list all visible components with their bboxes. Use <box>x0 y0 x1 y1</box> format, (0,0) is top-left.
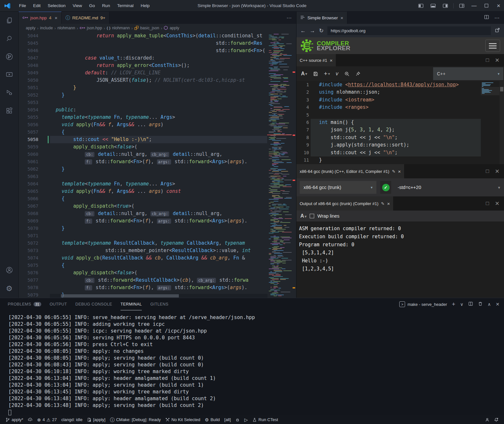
status-launch-target[interactable]: ▷ <box>242 415 250 424</box>
status-branch[interactable]: apply* <box>3 415 25 424</box>
ce-code-line[interactable]: 11} <box>296 156 481 164</box>
code-line[interactable]: 5047 case value_t::discarded: <box>19 54 267 62</box>
code-line[interactable]: 5067 apply_dispatch<true>( <box>19 203 267 210</box>
language-select[interactable]: C++ ▾ <box>433 67 503 80</box>
breadcrumb-item[interactable]: apply <box>170 26 179 30</box>
code-line[interactable]: 5044 return apply_make_tuple<ConstThis>(… <box>19 32 267 40</box>
url-input[interactable]: https://godbolt.org <box>327 26 491 35</box>
code-line[interactable]: 5056 void apply(Fn&& f, Args&& ... args) <box>19 121 267 128</box>
ce-code-line[interactable]: 2using nlohmann::json; <box>296 89 481 96</box>
menu-view[interactable]: View <box>69 0 86 12</box>
breadcrumb-item[interactable]: include <box>40 26 53 30</box>
code-line[interactable]: 5066 { <box>19 195 267 203</box>
zoom-icon[interactable] <box>344 71 350 77</box>
font-size-icon[interactable]: A▾ <box>301 71 307 77</box>
cmake-view-icon[interactable] <box>0 66 19 84</box>
pin-icon[interactable] <box>355 71 361 76</box>
overview-ruler[interactable] <box>292 32 296 298</box>
status-debug-target[interactable] <box>233 415 242 424</box>
open-external-icon[interactable] <box>495 27 500 34</box>
code-line[interactable]: 5054 public: <box>19 106 267 114</box>
menu-terminal[interactable]: Terminal <box>113 0 137 12</box>
ce-code-line[interactable]: 3#include <iostream> <box>296 96 481 104</box>
ce-code-line[interactable]: 5 <box>296 111 481 119</box>
reload-icon[interactable]: ↻ <box>319 28 324 33</box>
status-publish[interactable] <box>25 415 35 424</box>
close-pane-icon[interactable]: ✕ <box>495 168 499 175</box>
source-control-icon[interactable] <box>0 48 19 66</box>
code-line[interactable]: 5046 std::forward<Fn>( <box>19 47 267 54</box>
code-line[interactable]: 5077 cb: std::forward<ResultCallback>(cb… <box>19 277 267 284</box>
code-line[interactable]: 5058 std::cout << "Hello :-)\n"; <box>19 136 267 143</box>
menu-run[interactable]: Run <box>99 0 114 12</box>
status-cmake-project[interactable]: [apply] <box>85 415 108 424</box>
horizontal-scrollbar[interactable] <box>50 294 267 298</box>
menu-go[interactable]: Go <box>86 0 99 12</box>
ce-code-line[interactable]: 9 j.apply(std::ranges::sort); <box>296 141 481 149</box>
hamburger-menu-icon[interactable] <box>485 40 500 52</box>
vim-mode-icon[interactable]: v <box>336 71 338 77</box>
status-feedback[interactable] <box>483 415 492 424</box>
maximize-pane-icon[interactable]: □ <box>486 57 489 63</box>
compiler-explorer-logo[interactable]: COMPILER EXPLORER <box>300 39 350 52</box>
code-line[interactable]: 5048 return apply_error<ConstThis>(); <box>19 62 267 69</box>
new-terminal-icon[interactable]: + <box>452 301 455 308</box>
code-editor[interactable]: 5044 return apply_make_tuple<ConstThis>(… <box>19 32 296 298</box>
code-line[interactable]: 5064 template<typename Fn, typename... A… <box>19 180 267 188</box>
status-cmake-status[interactable]: ⓘCMake: [Debug]: Ready <box>108 415 163 424</box>
status-build[interactable]: ⚙Build <box>203 415 222 424</box>
close-window-icon[interactable]: × <box>493 0 504 12</box>
code-line[interactable]: 5060 cb: detail::null_arg, cb_arg: detai… <box>19 151 267 158</box>
ce-output-console[interactable]: ASM generation compiler returned: 0Execu… <box>296 221 504 298</box>
kill-terminal-icon[interactable] <box>478 301 483 307</box>
code-line[interactable]: 5049 default: // LCOV_EXCL_LINE <box>19 69 267 77</box>
maximize-panel-icon[interactable]: ∧ <box>488 302 491 307</box>
maximize-pane-icon[interactable]: □ <box>486 168 489 174</box>
code-line[interactable]: 5069 f: std::forward<Fn>(f), args: std::… <box>19 217 267 225</box>
code-line[interactable]: 5072 template<typename ResultCallback, t… <box>19 240 267 247</box>
breadcrumb-item[interactable]: json.hpp <box>87 26 102 30</box>
add-pane-icon[interactable]: +▾ <box>324 70 330 77</box>
ce-code-line[interactable]: 7 json j{5, 3, 1, 4, 2}; <box>296 126 481 134</box>
menu-selection[interactable]: Selection <box>44 0 69 12</box>
panel-tab-debug-console[interactable]: DEBUG CONSOLE <box>75 298 112 310</box>
toggle-panel-icon[interactable] <box>428 0 439 12</box>
breadcrumb-item[interactable]: nlohmann <box>112 26 130 30</box>
settings-gear-icon[interactable]: ⚙ <box>0 279 19 298</box>
customize-layout-icon[interactable] <box>456 0 467 12</box>
code-line[interactable]: 5062 } <box>19 165 267 173</box>
menu-file[interactable]: File <box>15 0 30 12</box>
panel-tab-output[interactable]: OUTPUT <box>50 298 67 310</box>
code-line[interactable]: 5071 <box>19 232 267 240</box>
toggle-secondary-sidebar-icon[interactable] <box>440 0 451 12</box>
extensions-icon[interactable] <box>0 102 19 120</box>
ce-source-tab[interactable]: C++ source #1 × <box>296 54 336 66</box>
ce-minimap[interactable] <box>481 81 499 164</box>
close-pane-icon[interactable]: ✕ <box>495 200 499 207</box>
code-line[interactable]: 5051 } <box>19 84 267 91</box>
code-line[interactable]: 5075 { <box>19 262 267 269</box>
terminal-output[interactable]: [2022-04-30 06:05:55] INFO: serve_header… <box>0 310 504 415</box>
close-pane-icon[interactable]: ✕ <box>495 57 499 64</box>
more-actions-icon[interactable]: ⋯ <box>494 15 499 21</box>
ce-source-editor[interactable]: 1#include <https://localhost:8443/apply/… <box>296 81 504 164</box>
code-line[interactable]: 5076 apply_dispatch<false>( <box>19 269 267 277</box>
status-problems[interactable]: ⊗4⚠27 <box>35 415 59 424</box>
tab-simple-browser[interactable]: Simple Browser × <box>296 12 347 24</box>
minimize-icon[interactable]: — <box>469 0 480 12</box>
split-editor-icon[interactable] <box>484 14 489 21</box>
code-line[interactable]: 5061 f: std::forward<Fn>(f), args: std::… <box>19 158 267 165</box>
breadcrumb-item[interactable]: basic_json <box>140 26 159 30</box>
accounts-icon[interactable] <box>0 261 19 279</box>
ce-scrollbar[interactable] <box>499 81 504 164</box>
ce-code-line[interactable]: 10 std::cout << j << "\n"; <box>296 149 481 156</box>
code-line[interactable]: 5063 <box>19 173 267 180</box>
tab-json-hpp[interactable]: C++ json.hpp 4 × <box>19 12 62 24</box>
close-tab-icon[interactable]: × <box>341 15 344 21</box>
toggle-sidebar-icon[interactable] <box>415 0 426 12</box>
forward-icon[interactable]: → <box>310 28 315 33</box>
close-icon[interactable]: × <box>398 169 401 174</box>
menu-edit[interactable]: Edit <box>30 0 44 12</box>
status-notifications[interactable] <box>492 415 501 424</box>
maximize-icon[interactable] <box>481 0 492 12</box>
